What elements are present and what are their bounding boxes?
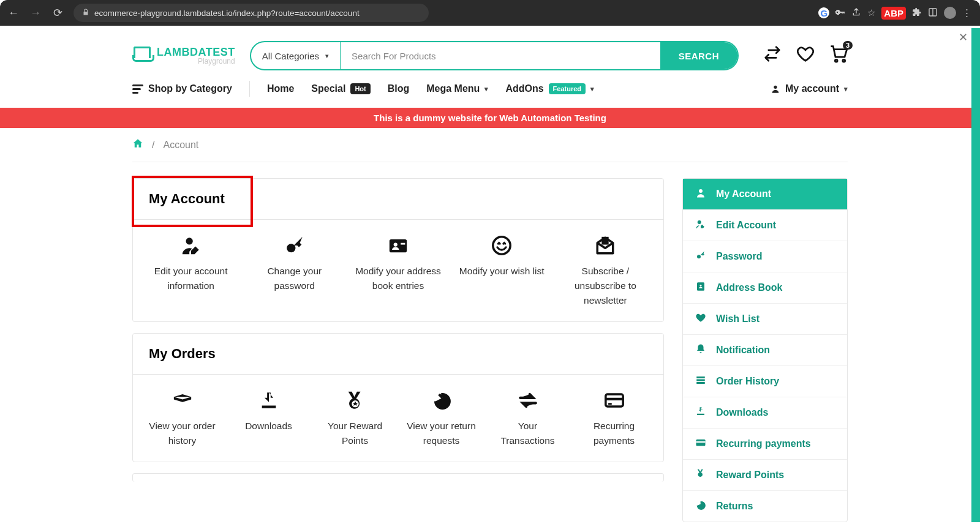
- forward-icon[interactable]: →: [27, 7, 44, 20]
- share-icon[interactable]: [851, 7, 861, 19]
- search-button[interactable]: SEARCH: [660, 42, 737, 69]
- profile-avatar-icon[interactable]: [944, 7, 956, 19]
- sidebar-item-order-history[interactable]: Order History: [683, 366, 847, 397]
- cart-count-badge: 3: [843, 41, 853, 50]
- cart-icon[interactable]: 3: [829, 45, 848, 67]
- medal-icon: [694, 468, 707, 482]
- book-icon: [694, 281, 707, 294]
- svg-point-5: [186, 238, 192, 244]
- key-icon[interactable]: 🔑︎: [835, 7, 845, 18]
- logo-text-2: Playground: [198, 58, 235, 65]
- svg-point-18: [697, 255, 701, 258]
- tile-label: Your Reward Points: [318, 419, 392, 448]
- sidebar-item-label: My Account: [716, 189, 771, 200]
- svg-rect-21: [696, 377, 705, 378]
- home-icon[interactable]: [132, 138, 143, 152]
- sidebar-item-downloads[interactable]: Downloads: [683, 397, 847, 429]
- nav-separator: [249, 81, 250, 97]
- tile-address-book[interactable]: Modify your address book entries: [346, 233, 450, 308]
- tile-recurring[interactable]: Recurring payments: [571, 388, 657, 448]
- back-icon[interactable]: ←: [5, 7, 22, 20]
- panel-my-account: My Account Edit your account information…: [132, 178, 664, 322]
- address-bar[interactable]: ecommerce-playground.lambdatest.io/index…: [74, 4, 429, 22]
- panel-title: My Orders: [149, 346, 216, 361]
- breadcrumb: / Account: [132, 128, 848, 162]
- bell-icon: [694, 343, 707, 357]
- star-icon[interactable]: ☆: [867, 7, 875, 18]
- svg-point-6: [287, 244, 295, 252]
- tile-edit-account[interactable]: Edit your account information: [139, 233, 243, 308]
- svg-rect-7: [390, 239, 407, 252]
- nav-my-account[interactable]: My account ▾: [771, 83, 848, 94]
- svg-rect-9: [401, 243, 405, 245]
- sidebar-item-label: Edit Account: [716, 220, 776, 231]
- main-nav: Shop by Category Home Special Hot Blog M…: [132, 72, 848, 105]
- tile-label: View your order history: [145, 419, 219, 448]
- shop-by-category[interactable]: Shop by Category: [132, 83, 232, 94]
- chevron-down-icon: ▾: [844, 85, 848, 93]
- sidebar-item-label: Reward Points: [716, 470, 784, 481]
- tile-change-password[interactable]: Change your password: [243, 233, 346, 308]
- logo-mark-icon: [132, 47, 153, 65]
- reload-icon[interactable]: ⟳: [49, 6, 66, 20]
- nav-addons[interactable]: AddOns Featured ▾: [505, 83, 594, 94]
- breadcrumb-current: Account: [163, 140, 198, 151]
- sidebar-item-returns[interactable]: Returns: [683, 491, 847, 522]
- wishlist-icon[interactable]: [796, 45, 815, 67]
- sidebar-item-label: Order History: [716, 376, 779, 387]
- tile-returns[interactable]: View your return requests: [398, 388, 484, 448]
- sidebar-item-reward-points[interactable]: Reward Points: [683, 460, 847, 491]
- header-row: LAMBDATEST Playground All Categories ▾ S…: [132, 28, 848, 72]
- search-bar: All Categories ▾ SEARCH: [250, 41, 739, 70]
- sidebar-item-label: Password: [716, 251, 763, 262]
- sidebar-item-label: Wish List: [716, 313, 760, 324]
- url-text: ecommerce-playground.lambdatest.io/index…: [94, 9, 360, 18]
- logo-text-1: LAMBDATEST: [157, 47, 235, 58]
- tile-downloads[interactable]: Downloads: [225, 388, 312, 448]
- nav-mega-menu[interactable]: Mega Menu ▾: [426, 83, 488, 94]
- close-icon[interactable]: ✕: [959, 31, 968, 44]
- tile-label: Modify your wish list: [456, 264, 548, 279]
- sidebar-item-my-account[interactable]: My Account: [683, 179, 847, 210]
- lock-icon: [82, 9, 89, 18]
- logo[interactable]: LAMBDATEST Playground: [132, 47, 235, 65]
- puzzle-icon[interactable]: [912, 7, 922, 19]
- nav-special[interactable]: Special Hot: [311, 83, 370, 94]
- box-open-icon: [145, 388, 219, 413]
- kebab-menu-icon[interactable]: ⋮: [962, 7, 971, 18]
- tile-order-history[interactable]: View your order history: [139, 388, 225, 448]
- hamburger-icon: [132, 84, 143, 94]
- sidebar-item-wish-list[interactable]: Wish List: [683, 304, 847, 335]
- abp-extension-icon[interactable]: ABP: [881, 7, 906, 20]
- nav-blog[interactable]: Blog: [388, 83, 410, 94]
- highlight-box: [132, 176, 253, 227]
- sidebar-item-password[interactable]: Password: [683, 241, 847, 272]
- tile-transactions[interactable]: Your Transactions: [484, 388, 571, 448]
- tile-label: Change your password: [249, 264, 340, 293]
- download-icon: [232, 388, 306, 413]
- user-edit-icon: [694, 219, 707, 232]
- sidebar-item-recurring[interactable]: Recurring payments: [683, 429, 847, 460]
- sidebar-item-edit-account[interactable]: Edit Account: [683, 210, 847, 241]
- sidebar-item-label: Downloads: [716, 407, 768, 418]
- envelope-open-icon: [560, 233, 651, 258]
- smile-icon: [456, 233, 548, 258]
- tile-wish-list[interactable]: Modify your wish list: [450, 233, 554, 308]
- chevron-down-icon: ▾: [484, 85, 488, 93]
- tab-icon[interactable]: [928, 7, 938, 19]
- tile-newsletter[interactable]: Subscribe / unsubscribe to newsletter: [554, 233, 657, 308]
- svg-point-4: [774, 86, 777, 89]
- category-dropdown[interactable]: All Categories ▾: [251, 42, 341, 69]
- key-icon: [249, 233, 340, 258]
- sidebar-item-notification[interactable]: Notification: [683, 335, 847, 366]
- compare-icon[interactable]: [763, 45, 782, 67]
- sidebar-item-address-book[interactable]: Address Book: [683, 272, 847, 304]
- nav-home[interactable]: Home: [267, 83, 294, 94]
- tile-label: View your return requests: [404, 419, 478, 448]
- search-input[interactable]: [341, 42, 660, 69]
- svg-rect-15: [608, 403, 612, 405]
- undo-icon: [404, 388, 478, 413]
- svg-point-17: [698, 220, 701, 224]
- tile-reward-points[interactable]: Your Reward Points: [312, 388, 398, 448]
- google-icon[interactable]: G: [818, 7, 829, 18]
